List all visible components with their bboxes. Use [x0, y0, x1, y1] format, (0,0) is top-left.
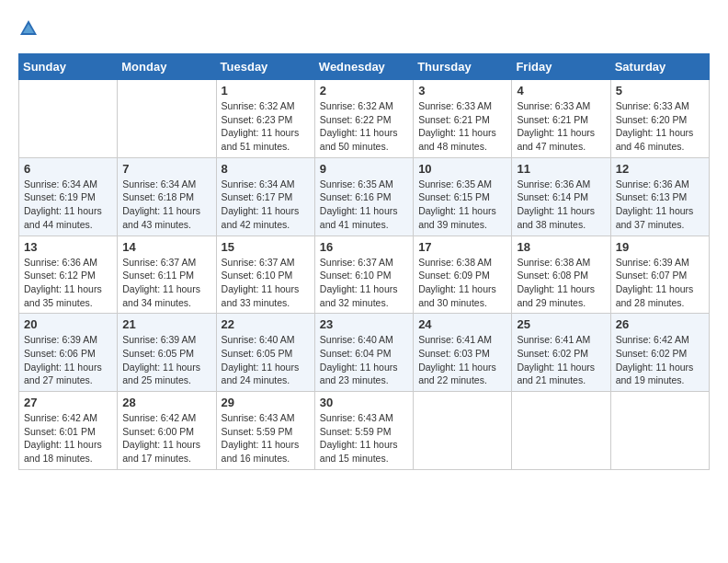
- calendar-cell: 12Sunrise: 6:36 AM Sunset: 6:13 PM Dayli…: [610, 157, 709, 236]
- day-number: 17: [418, 240, 506, 254]
- calendar-cell: 11Sunrise: 6:36 AM Sunset: 6:14 PM Dayli…: [512, 157, 610, 236]
- day-number: 11: [517, 162, 605, 176]
- calendar-cell: 30Sunrise: 6:43 AM Sunset: 5:59 PM Dayli…: [314, 392, 413, 470]
- day-number: 1: [222, 84, 310, 98]
- day-number: 19: [616, 240, 704, 254]
- weekday-header-wednesday: Wednesday: [314, 54, 413, 80]
- logo-icon: [18, 18, 39, 39]
- day-info: Sunrise: 6:42 AM Sunset: 6:01 PM Dayligh…: [24, 411, 112, 465]
- weekday-header-friday: Friday: [512, 54, 610, 80]
- day-number: 25: [517, 317, 605, 331]
- day-info: Sunrise: 6:43 AM Sunset: 5:59 PM Dayligh…: [222, 411, 310, 465]
- day-info: Sunrise: 6:37 AM Sunset: 6:10 PM Dayligh…: [320, 256, 408, 310]
- day-number: 29: [222, 396, 310, 409]
- day-info: Sunrise: 6:39 AM Sunset: 6:07 PM Dayligh…: [616, 256, 704, 310]
- weekday-header-tuesday: Tuesday: [216, 54, 314, 80]
- day-number: 16: [320, 240, 408, 254]
- day-number: 24: [418, 317, 506, 331]
- calendar-cell: 1Sunrise: 6:32 AM Sunset: 6:23 PM Daylig…: [216, 80, 314, 158]
- calendar-cell: 20Sunrise: 6:39 AM Sunset: 6:06 PM Dayli…: [19, 314, 118, 392]
- day-number: 15: [222, 240, 310, 254]
- day-info: Sunrise: 6:42 AM Sunset: 6:02 PM Dayligh…: [616, 333, 704, 387]
- day-number: 27: [24, 396, 112, 409]
- calendar-cell: 28Sunrise: 6:42 AM Sunset: 6:00 PM Dayli…: [118, 392, 216, 470]
- day-number: 6: [24, 162, 112, 176]
- day-number: 9: [320, 162, 408, 176]
- calendar-cell: 10Sunrise: 6:35 AM Sunset: 6:15 PM Dayli…: [414, 157, 512, 236]
- day-number: 8: [222, 162, 310, 176]
- day-info: Sunrise: 6:33 AM Sunset: 6:21 PM Dayligh…: [517, 99, 605, 154]
- logo: [18, 18, 42, 39]
- calendar-cell: [19, 80, 118, 158]
- day-info: Sunrise: 6:40 AM Sunset: 6:04 PM Dayligh…: [320, 333, 408, 387]
- calendar-cell: [610, 392, 709, 470]
- calendar-cell: 6Sunrise: 6:34 AM Sunset: 6:19 PM Daylig…: [19, 157, 118, 236]
- day-info: Sunrise: 6:39 AM Sunset: 6:05 PM Dayligh…: [122, 333, 210, 387]
- day-number: 2: [320, 84, 408, 98]
- day-number: 5: [616, 84, 704, 98]
- calendar-cell: 3Sunrise: 6:33 AM Sunset: 6:21 PM Daylig…: [414, 80, 512, 158]
- day-number: 13: [24, 240, 112, 254]
- calendar-table: SundayMondayTuesdayWednesdayThursdayFrid…: [18, 53, 710, 470]
- calendar-cell: 22Sunrise: 6:40 AM Sunset: 6:05 PM Dayli…: [216, 314, 314, 392]
- week-row-1: 1Sunrise: 6:32 AM Sunset: 6:23 PM Daylig…: [19, 80, 710, 158]
- day-number: 22: [222, 317, 310, 331]
- week-row-4: 20Sunrise: 6:39 AM Sunset: 6:06 PM Dayli…: [19, 314, 710, 392]
- day-info: Sunrise: 6:35 AM Sunset: 6:15 PM Dayligh…: [418, 178, 506, 232]
- day-number: 14: [122, 240, 210, 254]
- day-info: Sunrise: 6:41 AM Sunset: 6:02 PM Dayligh…: [517, 333, 605, 387]
- weekday-header-thursday: Thursday: [414, 54, 512, 80]
- calendar-cell: 2Sunrise: 6:32 AM Sunset: 6:22 PM Daylig…: [314, 80, 413, 158]
- day-info: Sunrise: 6:38 AM Sunset: 6:09 PM Dayligh…: [418, 256, 506, 310]
- day-info: Sunrise: 6:32 AM Sunset: 6:23 PM Dayligh…: [222, 99, 310, 154]
- day-info: Sunrise: 6:35 AM Sunset: 6:16 PM Dayligh…: [320, 178, 408, 232]
- calendar-cell: [512, 392, 610, 470]
- day-info: Sunrise: 6:37 AM Sunset: 6:10 PM Dayligh…: [222, 256, 310, 310]
- day-number: 28: [122, 396, 210, 409]
- calendar-cell: 17Sunrise: 6:38 AM Sunset: 6:09 PM Dayli…: [414, 236, 512, 314]
- day-number: 3: [418, 84, 506, 98]
- calendar-cell: 27Sunrise: 6:42 AM Sunset: 6:01 PM Dayli…: [19, 392, 118, 470]
- calendar-cell: 5Sunrise: 6:33 AM Sunset: 6:20 PM Daylig…: [610, 80, 709, 158]
- calendar-cell: 29Sunrise: 6:43 AM Sunset: 5:59 PM Dayli…: [216, 392, 314, 470]
- weekday-header-monday: Monday: [118, 54, 216, 80]
- week-row-5: 27Sunrise: 6:42 AM Sunset: 6:01 PM Dayli…: [19, 392, 710, 470]
- day-number: 26: [616, 317, 704, 331]
- day-info: Sunrise: 6:41 AM Sunset: 6:03 PM Dayligh…: [418, 333, 506, 387]
- day-info: Sunrise: 6:37 AM Sunset: 6:11 PM Dayligh…: [122, 256, 210, 310]
- day-number: 4: [517, 84, 605, 98]
- weekday-header-sunday: Sunday: [19, 54, 118, 80]
- weekday-header-saturday: Saturday: [610, 54, 709, 80]
- calendar-cell: 19Sunrise: 6:39 AM Sunset: 6:07 PM Dayli…: [610, 236, 709, 314]
- day-info: Sunrise: 6:40 AM Sunset: 6:05 PM Dayligh…: [222, 333, 310, 387]
- day-number: 20: [24, 317, 112, 331]
- day-info: Sunrise: 6:34 AM Sunset: 6:17 PM Dayligh…: [222, 178, 310, 232]
- week-row-3: 13Sunrise: 6:36 AM Sunset: 6:12 PM Dayli…: [19, 236, 710, 314]
- day-number: 7: [122, 162, 210, 176]
- calendar-cell: 23Sunrise: 6:40 AM Sunset: 6:04 PM Dayli…: [314, 314, 413, 392]
- calendar-cell: 7Sunrise: 6:34 AM Sunset: 6:18 PM Daylig…: [118, 157, 216, 236]
- calendar-cell: 4Sunrise: 6:33 AM Sunset: 6:21 PM Daylig…: [512, 80, 610, 158]
- header: [18, 18, 710, 39]
- day-info: Sunrise: 6:34 AM Sunset: 6:19 PM Dayligh…: [24, 178, 112, 232]
- day-info: Sunrise: 6:34 AM Sunset: 6:18 PM Dayligh…: [122, 178, 210, 232]
- calendar-cell: 16Sunrise: 6:37 AM Sunset: 6:10 PM Dayli…: [314, 236, 413, 314]
- weekday-header-row: SundayMondayTuesdayWednesdayThursdayFrid…: [19, 54, 710, 80]
- day-number: 21: [122, 317, 210, 331]
- calendar-cell: 21Sunrise: 6:39 AM Sunset: 6:05 PM Dayli…: [118, 314, 216, 392]
- day-info: Sunrise: 6:43 AM Sunset: 5:59 PM Dayligh…: [320, 411, 408, 465]
- day-number: 10: [418, 162, 506, 176]
- calendar-cell: 24Sunrise: 6:41 AM Sunset: 6:03 PM Dayli…: [414, 314, 512, 392]
- day-info: Sunrise: 6:42 AM Sunset: 6:00 PM Dayligh…: [122, 411, 210, 465]
- day-number: 30: [320, 396, 408, 409]
- day-info: Sunrise: 6:39 AM Sunset: 6:06 PM Dayligh…: [24, 333, 112, 387]
- day-number: 12: [616, 162, 704, 176]
- calendar-cell: 13Sunrise: 6:36 AM Sunset: 6:12 PM Dayli…: [19, 236, 118, 314]
- calendar-cell: 14Sunrise: 6:37 AM Sunset: 6:11 PM Dayli…: [118, 236, 216, 314]
- calendar-cell: 15Sunrise: 6:37 AM Sunset: 6:10 PM Dayli…: [216, 236, 314, 314]
- calendar-cell: [118, 80, 216, 158]
- day-info: Sunrise: 6:36 AM Sunset: 6:14 PM Dayligh…: [517, 178, 605, 232]
- day-info: Sunrise: 6:36 AM Sunset: 6:13 PM Dayligh…: [616, 178, 704, 232]
- day-number: 23: [320, 317, 408, 331]
- day-info: Sunrise: 6:38 AM Sunset: 6:08 PM Dayligh…: [517, 256, 605, 310]
